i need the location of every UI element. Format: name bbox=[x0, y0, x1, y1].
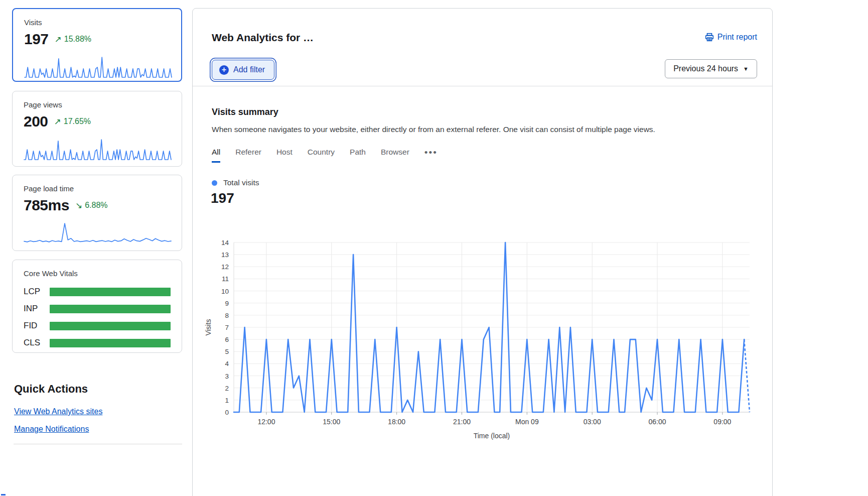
chart-legend: Total visits bbox=[212, 178, 259, 187]
svg-text:Visits: Visits bbox=[204, 319, 212, 335]
up-right-arrow-icon: ↗ bbox=[55, 34, 62, 45]
page-views-trend: ↗ 17.65% bbox=[54, 116, 91, 127]
page-load-time-card-value: 785ms bbox=[24, 197, 69, 214]
plus-icon: + bbox=[219, 65, 229, 75]
visits-chart-svg: 0123456789101112131412:0015:0018:0021:00… bbox=[204, 235, 758, 452]
sidebar-divider bbox=[14, 444, 182, 444]
page-views-sparkline bbox=[24, 137, 171, 161]
tab-path[interactable]: Path bbox=[350, 148, 366, 163]
page-load-time-card-label: Page load time bbox=[24, 184, 171, 193]
tab-country[interactable]: Country bbox=[308, 148, 335, 163]
svg-text:5: 5 bbox=[225, 348, 229, 355]
web-analytics-panel: Web Analytics for … Print report + Add f… bbox=[192, 8, 773, 496]
visits-card[interactable]: Visits 197 ↗ 15.88% bbox=[12, 8, 182, 82]
cwv-label: LCP bbox=[24, 287, 50, 297]
svg-text:14: 14 bbox=[221, 239, 229, 246]
ellipsis-icon[interactable]: ••• bbox=[424, 147, 438, 163]
up-right-arrow-icon: ↗ bbox=[54, 116, 61, 127]
print-report-link[interactable]: Print report bbox=[705, 33, 757, 42]
cwv-bar-cls bbox=[50, 339, 171, 347]
visits-line-chart: 0123456789101112131412:0015:0018:0021:00… bbox=[204, 235, 758, 454]
svg-text:06:00: 06:00 bbox=[649, 418, 666, 426]
svg-text:12: 12 bbox=[221, 263, 229, 271]
down-right-arrow-icon: ↘ bbox=[75, 200, 82, 211]
page-title: Web Analytics for … bbox=[212, 32, 314, 44]
tab-all[interactable]: All bbox=[212, 148, 220, 163]
tab-referer[interactable]: Referer bbox=[235, 148, 261, 163]
page-views-card-value: 200 bbox=[24, 113, 48, 130]
visits-card-value: 197 bbox=[24, 31, 49, 48]
svg-text:8: 8 bbox=[225, 312, 229, 319]
svg-text:Time (local): Time (local) bbox=[474, 432, 510, 440]
svg-text:03:00: 03:00 bbox=[584, 418, 601, 426]
cwv-label: CLS bbox=[24, 338, 50, 348]
svg-text:11: 11 bbox=[222, 275, 229, 283]
print-icon bbox=[705, 33, 714, 42]
tab-browser[interactable]: Browser bbox=[381, 148, 409, 163]
page-views-card-label: Page views bbox=[24, 100, 171, 109]
visits-summary-title: Visits summary bbox=[212, 107, 278, 117]
page-load-time-trend: ↘ 6.88% bbox=[75, 200, 108, 211]
cwv-row-inp: INP bbox=[24, 304, 171, 314]
svg-text:6: 6 bbox=[225, 336, 229, 343]
tab-host[interactable]: Host bbox=[276, 148, 293, 163]
page-load-time-trend-value: 6.88% bbox=[85, 201, 107, 210]
view-web-analytics-sites-link[interactable]: View Web Analytics sites bbox=[14, 407, 102, 416]
page-load-time-card[interactable]: Page load time 785ms ↘ 6.88% bbox=[12, 175, 182, 251]
caret-down-icon: ▼ bbox=[743, 66, 749, 72]
cwv-row-fid: FID bbox=[24, 321, 171, 331]
svg-text:09:00: 09:00 bbox=[713, 418, 731, 426]
page-views-card[interactable]: Page views 200 ↗ 17.65% bbox=[12, 91, 182, 167]
svg-text:7: 7 bbox=[225, 324, 229, 331]
svg-text:3: 3 bbox=[225, 373, 229, 380]
svg-text:15:00: 15:00 bbox=[323, 418, 340, 426]
svg-text:9: 9 bbox=[225, 300, 229, 307]
cwv-bar-inp bbox=[50, 305, 171, 313]
visits-trend: ↗ 15.88% bbox=[55, 34, 92, 45]
svg-text:2: 2 bbox=[225, 385, 229, 392]
cwv-row-cls: CLS bbox=[24, 338, 171, 348]
header-divider bbox=[193, 86, 772, 86]
svg-text:21:00: 21:00 bbox=[453, 418, 471, 426]
cwv-label: FID bbox=[24, 321, 50, 331]
manage-notifications-link[interactable]: Manage Notifications bbox=[14, 425, 89, 434]
svg-text:18:00: 18:00 bbox=[388, 418, 405, 426]
cwv-label: INP bbox=[24, 304, 50, 314]
svg-text:Mon 09: Mon 09 bbox=[515, 418, 539, 426]
add-filter-button[interactable]: + Add filter bbox=[212, 60, 274, 80]
visits-summary-description: When someone navigates to your website, … bbox=[212, 125, 754, 134]
svg-text:4: 4 bbox=[225, 360, 229, 367]
add-filter-label: Add filter bbox=[233, 65, 265, 74]
time-range-dropdown[interactable]: Previous 24 hours ▼ bbox=[665, 59, 757, 78]
page-load-time-sparkline bbox=[24, 221, 171, 245]
time-range-value: Previous 24 hours bbox=[673, 64, 738, 73]
dimension-tabs: All Referer Host Country Path Browser ••… bbox=[212, 147, 438, 163]
page-views-trend-value: 17.65% bbox=[64, 117, 91, 126]
visits-trend-value: 15.88% bbox=[64, 35, 91, 44]
visits-sparkline bbox=[24, 55, 170, 79]
partially-visible-element bbox=[1, 494, 6, 495]
svg-text:1: 1 bbox=[225, 397, 229, 404]
quick-actions-title: Quick Actions bbox=[14, 383, 88, 396]
core-web-vitals-card[interactable]: Core Web Vitals LCP INP FID CLS bbox=[12, 260, 182, 353]
legend-label: Total visits bbox=[223, 178, 259, 187]
cwv-row-lcp: LCP bbox=[24, 287, 171, 297]
cwv-bar-fid bbox=[50, 322, 171, 330]
svg-text:13: 13 bbox=[221, 251, 229, 259]
svg-text:0: 0 bbox=[225, 409, 229, 416]
svg-text:10: 10 bbox=[221, 288, 229, 295]
svg-text:12:00: 12:00 bbox=[257, 418, 275, 426]
total-visits-value: 197 bbox=[211, 190, 234, 206]
core-web-vitals-title: Core Web Vitals bbox=[24, 269, 171, 278]
legend-dot-icon bbox=[212, 180, 217, 186]
cwv-bar-lcp bbox=[50, 288, 171, 296]
visits-card-label: Visits bbox=[24, 18, 170, 27]
print-report-label: Print report bbox=[717, 33, 757, 42]
